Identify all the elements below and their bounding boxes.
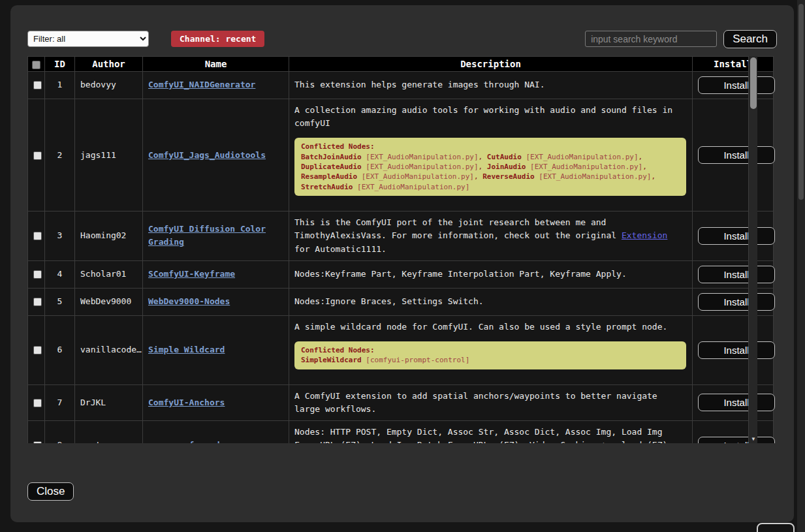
row-author: jags111 (75, 99, 143, 211)
row-install-cell: Install (693, 260, 774, 288)
row-description-text: Nodes:Keyframe Part, Keyframe Interpolat… (294, 268, 687, 281)
table-row: 2 jags111 ComfyUI_Jags_Audiotools A coll… (28, 99, 774, 211)
channel-badge: Channel: recent (171, 31, 264, 47)
background-partial-button[interactable] (757, 523, 795, 532)
row-author: WebDev9000 (75, 288, 143, 315)
install-button[interactable]: Install (698, 266, 775, 283)
row-author: Haoming02 (75, 211, 143, 260)
row-install-cell: Install (693, 72, 774, 99)
row-author: Scholar01 (75, 260, 143, 288)
conflicted-nodes-label: Conflicted Nodes: (301, 345, 680, 355)
row-install-cell: Install (693, 420, 774, 443)
install-button[interactable]: Install (698, 293, 775, 311)
table-row: 6 vanillacode… Simple Wildcard A simple … (28, 315, 774, 384)
row-checkbox[interactable] (33, 232, 42, 240)
install-button[interactable]: Install (698, 437, 775, 443)
row-description-cell: This extension helps generate images thr… (289, 72, 693, 99)
row-description-cell: A collection amazing audio tools for wor… (289, 99, 693, 211)
row-checkbox[interactable] (33, 298, 42, 306)
row-checkbox-cell (28, 420, 45, 443)
row-id: 3 (45, 211, 75, 260)
node-name-link[interactable]: Simple Wildcard (148, 345, 225, 354)
conflicted-nodes-box: Conflicted Nodes: BatchJoinAudio [EXT_Au… (294, 138, 686, 196)
row-checkbox-cell (28, 211, 45, 260)
row-author: vanillacode… (75, 315, 143, 384)
row-checkbox-cell (28, 288, 45, 315)
row-checkbox[interactable] (33, 346, 42, 354)
row-name-cell: ComfyUI-Anchors (143, 384, 289, 420)
table-row: 3 Haoming02 ComfyUI Diffusion Color Grad… (28, 211, 774, 260)
search-input[interactable] (585, 31, 717, 47)
select-all-checkbox[interactable] (32, 61, 40, 69)
custom-nodes-table-body: 1 bedovyy ComfyUI_NAIDGenerator This ext… (28, 72, 774, 444)
close-button[interactable]: Close (27, 482, 74, 501)
dialog-footer: Close (27, 482, 777, 501)
row-author: wmatson (75, 420, 143, 443)
row-install-cell: Install (693, 288, 774, 315)
row-author: DrJKL (75, 384, 143, 420)
description-inline-link[interactable]: Extension (622, 230, 667, 240)
row-checkbox[interactable] (33, 151, 42, 160)
row-id: 7 (45, 384, 75, 420)
row-checkbox[interactable] (33, 81, 42, 89)
row-description-cell: This is the ComfyUI port of the joint re… (289, 211, 693, 260)
row-checkbox-cell (28, 260, 45, 288)
row-description-text: A collection amazing audio tools for wor… (294, 104, 687, 130)
install-button[interactable]: Install (698, 76, 775, 94)
row-description-text: A simple wildcard node for ComfyUI. Can … (294, 321, 687, 334)
row-name-cell: ComfyUI_NAIDGenerator (143, 72, 289, 99)
row-install-cell: Install (693, 384, 774, 420)
row-name-cell: WebDev9000-Nodes (143, 288, 289, 315)
node-name-link[interactable]: ComfyUI_NAIDGenerator (148, 80, 255, 89)
table-row: 4 Scholar01 SComfyUI-Keyframe Nodes:Keyf… (28, 260, 774, 288)
conflicted-nodes-box: Conflicted Nodes: SimpleWildcard [comfyu… (294, 341, 686, 369)
row-checkbox-cell (28, 72, 45, 99)
row-description-cell: A simple wildcard node for ComfyUI. Can … (289, 315, 693, 384)
conflicted-nodes-list: SimpleWildcard [comfyui-prompt-control] (301, 355, 680, 365)
row-checkbox[interactable] (33, 399, 42, 407)
table-row: 7 DrJKL ComfyUI-Anchors A ComfyUI extens… (28, 384, 774, 420)
header-install: Install (693, 57, 774, 72)
row-description-text: Nodes: HTTP POST, Empty Dict, Assoc Str,… (294, 426, 687, 443)
row-checkbox[interactable] (33, 270, 42, 279)
scroll-down-arrow-icon[interactable]: ▼ (749, 436, 758, 442)
table-header: ID Author Name Description Install (28, 57, 774, 72)
row-install-cell: Install (693, 211, 774, 260)
table-row: 8 wmatson easy-comfy-nodes Nodes: HTTP P… (28, 420, 774, 443)
install-button[interactable]: Install (698, 341, 775, 359)
node-name-link[interactable]: WebDev9000-Nodes (148, 296, 230, 306)
search-button[interactable]: Search (723, 30, 777, 48)
toolbar: Filter: all Channel: recent Search (27, 30, 777, 48)
custom-nodes-table: ID Author Name Description Install 1 bed… (27, 56, 777, 443)
install-button[interactable]: Install (698, 146, 775, 164)
row-description-cell: Nodes:Ignore Braces, Settings Switch. (289, 288, 693, 315)
row-checkbox-cell (28, 384, 45, 420)
node-name-link[interactable]: easy-comfy-nodes (148, 440, 230, 443)
page-scrollbar-thumb[interactable] (798, 4, 804, 200)
header-description: Description (289, 57, 693, 72)
node-name-link[interactable]: ComfyUI_Jags_Audiotools (148, 150, 266, 160)
node-name-link[interactable]: SComfyUI-Keyframe (148, 269, 235, 279)
table-scrollbar-thumb[interactable] (750, 57, 757, 109)
page-scrollbar-track[interactable] (797, 0, 805, 532)
header-name: Name (143, 57, 289, 72)
row-description-cell: Nodes:Keyframe Part, Keyframe Interpolat… (289, 260, 693, 288)
row-checkbox[interactable] (33, 441, 42, 443)
row-description-text: Nodes:Ignore Braces, Settings Switch. (294, 295, 687, 308)
select-all-header-cell (28, 57, 45, 72)
header-id: ID (45, 57, 75, 72)
row-description-text: A ComfyUI extension to add spatial ancho… (294, 390, 687, 416)
node-name-link[interactable]: ComfyUI Diffusion Color Grading (148, 224, 266, 247)
row-id: 5 (45, 288, 75, 315)
row-name-cell: Simple Wildcard (143, 315, 289, 384)
install-button[interactable]: Install (698, 394, 775, 411)
row-name-cell: easy-comfy-nodes (143, 420, 289, 443)
install-button[interactable]: Install (698, 227, 775, 245)
custom-nodes-dialog: Filter: all Channel: recent Search ID Au… (10, 5, 794, 522)
row-description-cell: Nodes: HTTP POST, Empty Dict, Assoc Str,… (289, 420, 693, 443)
table-row: 1 bedovyy ComfyUI_NAIDGenerator This ext… (28, 72, 774, 99)
table-scrollbar-track[interactable]: ▼ (748, 56, 757, 443)
filter-select[interactable]: Filter: all (27, 31, 149, 47)
node-name-link[interactable]: ComfyUI-Anchors (148, 398, 225, 407)
row-author: bedovyy (75, 72, 143, 99)
